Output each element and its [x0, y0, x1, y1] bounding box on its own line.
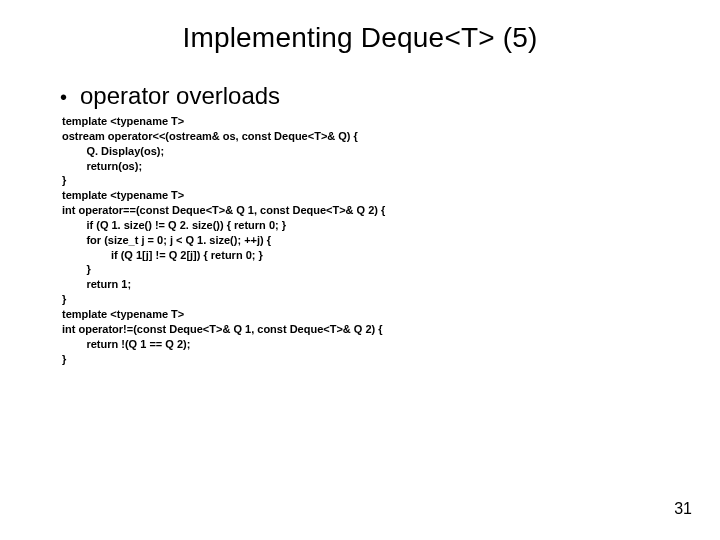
- bullet-dot-icon: •: [60, 85, 80, 109]
- slide: Implementing Deque<T> (5) • operator ove…: [0, 0, 720, 540]
- bullet-text: operator overloads: [80, 82, 280, 110]
- slide-body: • operator overloads template <typename …: [0, 54, 720, 366]
- slide-title: Implementing Deque<T> (5): [0, 0, 720, 54]
- bullet-item: • operator overloads: [60, 82, 660, 110]
- code-block: template <typename T> ostream operator<<…: [60, 114, 660, 366]
- page-number: 31: [674, 500, 692, 518]
